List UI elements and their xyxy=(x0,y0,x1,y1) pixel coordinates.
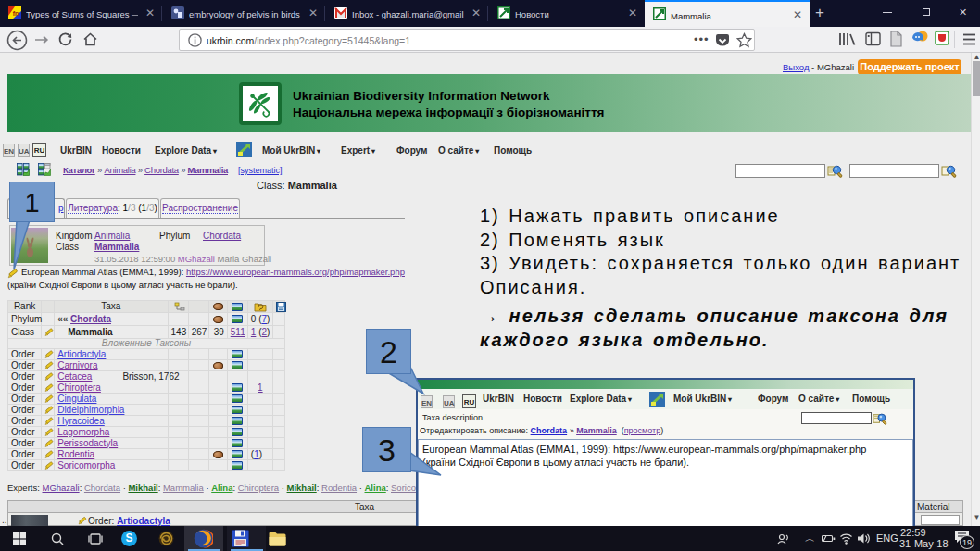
svg-text:fn: fn xyxy=(13,10,19,17)
